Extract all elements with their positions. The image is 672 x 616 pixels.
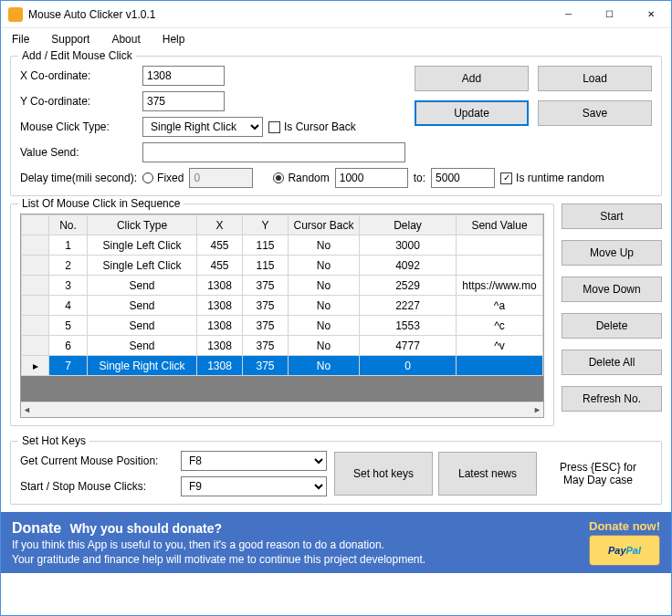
donate-line2: Your gratitude and finance help will mot… (12, 553, 580, 566)
startstop-select[interactable]: F9 (181, 476, 327, 496)
donate-title: Donate (12, 520, 61, 536)
radio-icon (273, 172, 284, 183)
click-table[interactable]: No. Click Type X Y Cursor Back Delay Sen… (20, 214, 544, 418)
runtime-random-checkbox[interactable]: Is runtime random (500, 172, 604, 184)
x-label: X Co-ordinate: (20, 69, 137, 82)
menu-about[interactable]: About (108, 31, 143, 47)
add-edit-group: Add / Edit Mouse Click X Co-ordinate: Y … (10, 56, 662, 196)
horizontal-scrollbar[interactable]: ◄► (21, 402, 543, 417)
titlebar: Mouse Auto Clicker v1.0.1 ─ ☐ ✕ (1, 1, 671, 28)
esc-note: Press {ESC} for May Day case (544, 461, 652, 486)
startstop-label: Start / Stop Mouse Clicks: (20, 480, 175, 493)
cursor-back-checkbox[interactable]: Is Cursor Back (268, 120, 356, 133)
hotkeys-legend: Set Hot Keys (18, 434, 89, 447)
col-sendvalue[interactable]: Send Value (457, 215, 543, 235)
random-to-input[interactable] (431, 168, 495, 188)
y-label: Y Co-ordinate: (20, 95, 137, 108)
table-row[interactable]: ▸7Single Right Click1308375No0 (22, 356, 543, 376)
to-label: to: (414, 172, 425, 184)
value-send-input[interactable] (142, 142, 405, 162)
list-group: List Of Mouse Click in Sequence No. Clic… (10, 204, 554, 426)
delete-button[interactable]: Delete (562, 313, 662, 339)
random-from-input[interactable] (335, 168, 408, 188)
getpos-select[interactable]: F8 (181, 451, 327, 471)
click-type-select[interactable]: Single Right Click (142, 117, 263, 137)
menu-help[interactable]: Help (159, 31, 189, 47)
fixed-input (189, 168, 253, 188)
donate-subtitle: Why you should donate? (70, 521, 222, 536)
hotkeys-group: Set Hot Keys Get Current Mouse Position:… (10, 441, 662, 505)
menubar: File Support About Help (1, 28, 671, 50)
menu-file[interactable]: File (8, 31, 33, 47)
maximize-button[interactable]: ☐ (589, 1, 630, 28)
save-button[interactable]: Save (538, 100, 652, 126)
col-clicktype[interactable]: Click Type (88, 215, 197, 235)
col-y[interactable]: Y (243, 215, 289, 235)
radio-icon (142, 172, 153, 183)
fixed-radio[interactable]: Fixed (142, 172, 184, 184)
start-button[interactable]: Start (562, 204, 662, 229)
load-button[interactable]: Load (538, 66, 652, 91)
move-up-button[interactable]: Move Up (562, 240, 662, 266)
getpos-label: Get Current Mouse Position: (20, 454, 175, 467)
close-button[interactable]: ✕ (630, 1, 671, 28)
list-legend: List Of Mouse Click in Sequence (18, 197, 184, 210)
checkbox-icon (500, 172, 512, 184)
minimize-button[interactable]: ─ (548, 1, 589, 28)
table-row[interactable]: 6Send1308375No4777^v (22, 336, 543, 356)
window-title: Mouse Auto Clicker v1.0.1 (28, 8, 548, 21)
value-send-label: Value Send: (20, 146, 137, 159)
latest-news-button[interactable]: Latest news (438, 452, 537, 496)
table-row[interactable]: 2Single Left Click455115No4092 (22, 256, 543, 276)
random-radio[interactable]: Random (273, 172, 329, 184)
grid-empty-area (21, 376, 543, 402)
menu-support[interactable]: Support (47, 31, 93, 47)
donate-now-label: Donate now! (589, 519, 660, 533)
table-row[interactable]: 4Send1308375No2227^a (22, 296, 543, 316)
table-row[interactable]: 1Single Left Click455115No3000 (22, 235, 543, 256)
table-row[interactable]: 5Send1308375No1553^c (22, 316, 543, 336)
set-hotkeys-button[interactable]: Set hot keys (334, 452, 433, 496)
paypal-button[interactable]: PayPal (589, 535, 660, 566)
add-edit-legend: Add / Edit Mouse Click (18, 49, 136, 62)
x-input[interactable] (142, 66, 225, 86)
delete-all-button[interactable]: Delete All (562, 350, 662, 375)
move-down-button[interactable]: Move Down (562, 277, 662, 302)
col-delay[interactable]: Delay (360, 215, 457, 235)
update-button[interactable]: Update (415, 100, 529, 126)
refresh-button[interactable]: Refresh No. (562, 386, 662, 412)
checkbox-icon (268, 121, 280, 133)
app-icon (8, 7, 23, 22)
delay-label: Delay time(mili second): (20, 172, 137, 184)
col-no[interactable]: No. (49, 215, 88, 235)
add-button[interactable]: Add (415, 66, 529, 91)
click-type-label: Mouse Click Type: (20, 120, 137, 133)
col-x[interactable]: X (197, 215, 243, 235)
donate-banner: Donate Why you should donate? If you thi… (1, 512, 671, 573)
y-input[interactable] (142, 91, 225, 111)
table-row[interactable]: 3Send1308375No2529https://www.mo (22, 276, 543, 296)
col-cursorback[interactable]: Cursor Back (289, 215, 360, 235)
donate-line1: If you think this App is useful to you, … (12, 538, 580, 551)
